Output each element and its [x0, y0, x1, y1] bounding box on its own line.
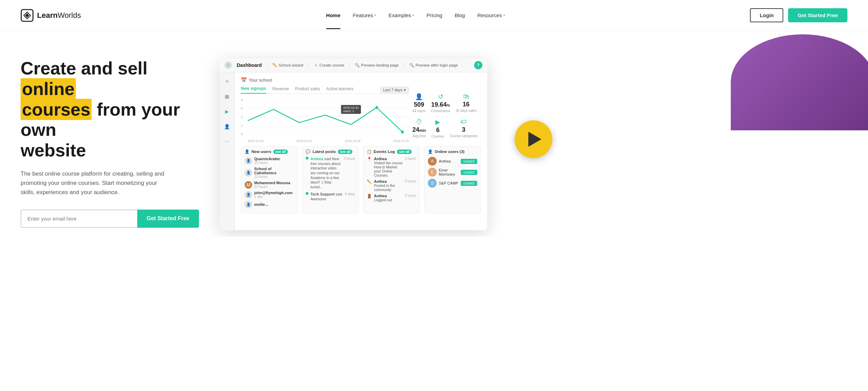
- tab-revenue[interactable]: Revenue: [272, 86, 289, 93]
- nav-features[interactable]: Features ▾: [353, 12, 376, 18]
- help-button[interactable]: ?: [474, 61, 482, 69]
- event-time-1: 2 hours: [405, 157, 416, 177]
- stat-30days-sales: 🛍 16 30 days sales: [456, 93, 477, 113]
- events-icon: 📋: [367, 149, 372, 154]
- sidebar-play-icon[interactable]: ▶: [222, 107, 232, 116]
- svg-point-7: [375, 106, 378, 109]
- svg-point-6: [401, 131, 404, 134]
- preview-landing-btn[interactable]: 🔍 Preview landing page: [355, 63, 399, 68]
- calendar-icon: 📅: [241, 77, 247, 83]
- event-time-3: 3 hours: [405, 194, 416, 202]
- create-course-label: Create course: [319, 63, 344, 67]
- preview-landing-label: Preview landing page: [361, 63, 399, 67]
- event-time-2: 3 hours: [405, 179, 416, 192]
- online-row-1: A Anthea contact: [428, 157, 477, 166]
- logo-text: LearnWorlds: [37, 11, 81, 20]
- contact-btn-1[interactable]: contact: [461, 159, 477, 164]
- main-nav: Home Features ▾ Examples ▾ Pricing Blog …: [326, 12, 505, 18]
- event-icon-1: 📍: [367, 157, 372, 177]
- latest-posts-title: Latest posts: [313, 150, 336, 154]
- user-row-3: M Mohammed Moussa 23 hours: [245, 181, 294, 189]
- post-text-1: New free courses about interactive video…: [310, 157, 340, 189]
- tab-product-sales[interactable]: Product sales: [295, 86, 320, 93]
- dashboard-card: ⏱ Dashboard | ✏️ School wizard | ＋ Creat…: [220, 58, 487, 230]
- hero-section: Create and sell online courses from your…: [0, 31, 868, 237]
- events-log-see-all[interactable]: see all: [397, 150, 412, 154]
- tab-active-learners[interactable]: Active learners: [326, 86, 353, 93]
- user-info-4: john@flymehigh.com 1 day: [254, 191, 294, 199]
- dashboard-title: Dashboard: [237, 62, 262, 68]
- contact-btn-2[interactable]: contact: [461, 170, 477, 175]
- create-course-btn[interactable]: ＋ Create course: [314, 63, 344, 68]
- dashboard-sidebar: ≡ ▦ ▶ 👤 ⋯: [220, 72, 235, 230]
- preview-login-btn[interactable]: 🔍 Preview after login page: [409, 63, 458, 68]
- header-actions: Login Get Started Free: [750, 8, 847, 22]
- latest-posts-header: 💬 Latest posts see all: [306, 149, 355, 154]
- events-log-panel: 📋 Events Log see all 📍 Anthea Visited th…: [363, 146, 420, 213]
- all-users-icon: 👤: [415, 93, 423, 100]
- heading-highlight-online: online: [21, 78, 76, 99]
- sidebar-home-icon[interactable]: ≡: [222, 76, 232, 86]
- logo-worlds: Worlds: [58, 11, 81, 20]
- nav-resources[interactable]: Resources ▾: [477, 12, 505, 18]
- contact-btn-3[interactable]: contact: [461, 181, 477, 186]
- preview-login-label: Preview after login page: [415, 63, 458, 67]
- event-row-1: 📍 Anthea Visited the course How to Marke…: [367, 157, 416, 177]
- events-log-title: Events Log: [374, 150, 395, 154]
- post-time-2: 8 days: [345, 192, 355, 201]
- post-row-1: Anthea said New free courses about inter…: [306, 157, 355, 189]
- logo[interactable]: LearnWorlds: [21, 9, 81, 22]
- dashboard-topbar: ⏱ Dashboard | ✏️ School wizard | ＋ Creat…: [220, 58, 487, 72]
- user-avatar-1: 👤: [245, 157, 252, 165]
- logo-icon: [21, 9, 34, 22]
- post-author-1: Anthea: [310, 157, 323, 161]
- new-users-see-all[interactable]: see all: [273, 150, 288, 154]
- post-time-1: 3 hours: [344, 157, 355, 189]
- email-row: Get Started Free: [21, 210, 199, 228]
- email-input[interactable]: [21, 210, 137, 228]
- filter-label: Last 7 days: [383, 88, 402, 92]
- new-users-header: 👤 New users see all: [245, 149, 294, 154]
- user-info-5: emilie...: [254, 202, 294, 206]
- user-avatar-4: 👤: [245, 191, 252, 199]
- online-icon: 👤: [428, 149, 433, 154]
- nav-examples[interactable]: Examples ▾: [388, 12, 414, 18]
- tab-new-signups[interactable]: New signups: [241, 86, 266, 94]
- stat-all-users: 👤 509 All users: [412, 93, 425, 113]
- chart-y-axis: 8 6 4 2 0: [241, 98, 247, 136]
- latest-posts-see-all[interactable]: see all: [338, 150, 353, 154]
- conversions-icon: ↺: [438, 93, 443, 100]
- sidebar-more-icon[interactable]: ⋯: [222, 137, 232, 146]
- user-row-4: 👤 john@flymehigh.com 1 day: [245, 191, 294, 199]
- nav-home[interactable]: Home: [326, 12, 341, 18]
- courses-icon: ▶: [435, 118, 440, 126]
- get-started-hero-button[interactable]: Get Started Free: [137, 210, 199, 228]
- sidebar-user-icon[interactable]: 👤: [222, 122, 232, 131]
- event-icon-2: ✏️: [367, 179, 372, 192]
- search-icon1: 🔍: [355, 63, 360, 68]
- sidebar-layout-icon[interactable]: ▦: [222, 92, 232, 101]
- nav-pricing[interactable]: Pricing: [426, 12, 442, 18]
- nav-blog[interactable]: Blog: [455, 12, 465, 18]
- date-filter[interactable]: Last 7 days ▾: [380, 87, 409, 93]
- search-icon2: 🔍: [409, 63, 414, 68]
- new-users-panel: 👤 New users see all 👤 QuarnicArabic 15 h…: [241, 146, 298, 213]
- play-button[interactable]: [515, 120, 552, 158]
- online-users-title: Online users (3): [435, 150, 465, 154]
- school-wizard-btn[interactable]: ✏️ School wizard: [272, 63, 303, 68]
- user-info-2: School of Calisthenics 23 hours: [254, 167, 294, 179]
- get-started-header-button[interactable]: Get Started Free: [788, 8, 847, 22]
- school-name: Your school: [249, 78, 272, 83]
- post-dot-1: [306, 157, 308, 159]
- event-icon-3: 🚪: [367, 194, 372, 202]
- new-users-title: New users: [251, 150, 271, 154]
- login-button[interactable]: Login: [750, 8, 783, 22]
- post-author-2: Tech Support: [310, 192, 335, 196]
- online-avatar-2: E: [428, 168, 437, 177]
- user-avatar-2: 👤: [245, 169, 252, 177]
- hero-right: ⏱ Dashboard | ✏️ School wizard | ＋ Creat…: [220, 48, 847, 230]
- school-wizard-label: School wizard: [279, 63, 303, 67]
- posts-icon: 💬: [306, 149, 310, 154]
- post-body-2: Tech Support said Awesome: [310, 192, 343, 201]
- user-row-1: 👤 QuarnicArabic 15 hours: [245, 157, 294, 165]
